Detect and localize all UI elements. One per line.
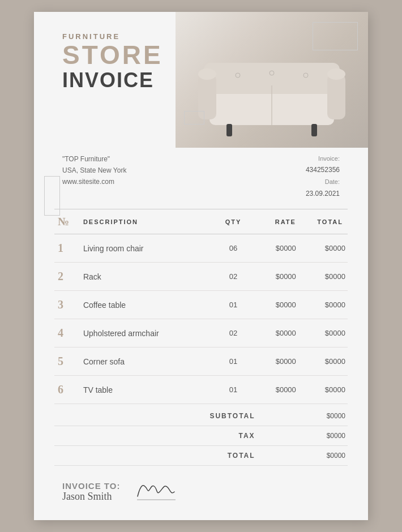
row-no: 3 [54,291,79,319]
row-total: $0000 [301,376,348,404]
col-header-qty: QTY [213,209,253,234]
table-row: 5 Corner sofa 01 $0000 $0000 [54,347,348,376]
invoice-table: № DESCRIPTION QTY RATE TOTAL 1 Living ro… [54,209,348,404]
row-description: Coffee table [79,291,213,319]
tax-label: TAX [54,426,260,446]
invoice-number-label: Invoice: [306,153,340,165]
totals-wrap: SUBTOTAL $0000 TAX $0000 TOTAL $0000 [34,406,368,466]
row-rate: $0000 [254,376,301,404]
company-website: www.sitesite.com [62,176,126,187]
row-qty: 01 [213,347,253,376]
invoice-card: FURNITURE STORE INVOICE "TOP Furniture" … [34,12,368,521]
row-rate: $0000 [254,319,301,347]
subtotal-label: SUBTOTAL [54,406,260,426]
row-description: Living room chair [79,234,213,263]
totals-table: SUBTOTAL $0000 TAX $0000 TOTAL $0000 [54,406,348,466]
row-no: 2 [54,263,79,291]
table-row: 4 Upholstered armchair 02 $0000 $0000 [54,319,348,347]
row-total: $0000 [301,263,348,291]
row-qty: 02 [213,319,253,347]
table-row: 2 Rack 02 $0000 $0000 [54,263,348,291]
table-row: 6 TV table 01 $0000 $0000 [54,376,348,404]
invoice-to-section: INVOICE TO: Jason Smith [34,466,368,520]
row-description: Rack [79,263,213,291]
row-description: Corner sofa [79,347,213,376]
subtotal-value: $0000 [260,406,348,426]
col-header-total: TOTAL [301,209,348,234]
row-total: $0000 [301,234,348,263]
col-header-no: № [54,209,79,234]
row-rate: $0000 [254,263,301,291]
row-qty: 01 [213,376,253,404]
table-row: 3 Coffee table 01 $0000 $0000 [54,291,348,319]
row-qty: 06 [213,234,253,263]
row-total: $0000 [301,347,348,376]
company-name: "TOP Furniture" [62,153,126,165]
date-value: 23.09.2021 [306,188,340,200]
row-description: TV table [79,376,213,404]
invoice-to-label: INVOICE TO: [62,481,120,491]
invoice-main-label: INVOICE [62,70,368,91]
row-rate: $0000 [254,291,301,319]
date-label: Date: [306,177,340,188]
store-label: STORE [62,42,368,68]
row-no: 1 [54,234,79,263]
invoice-to-block: INVOICE TO: Jason Smith [62,481,120,503]
row-rate: $0000 [254,234,301,263]
furniture-label: FURNITURE [62,32,368,41]
signature [135,479,180,504]
total-value: $0000 [260,446,348,466]
row-no: 4 [54,319,79,347]
tax-value: $0000 [260,426,348,446]
table-row: 1 Living room chair 06 $0000 $0000 [54,234,348,263]
header: FURNITURE STORE INVOICE [34,12,368,148]
invoice-number-value: 434252356 [306,164,340,177]
row-total: $0000 [301,319,348,347]
row-total: $0000 [301,291,348,319]
col-header-rate: RATE [254,209,301,234]
row-rate: $0000 [254,347,301,376]
company-right: Invoice: 434252356 Date: 23.09.2021 [306,153,340,200]
company-left: "TOP Furniture" USA, State New York www.… [62,153,126,200]
company-address: USA, State New York [62,165,126,176]
row-description: Upholstered armchair [79,319,213,347]
col-header-description: DESCRIPTION [79,209,213,234]
invoice-to-name: Jason Smith [62,491,120,503]
row-qty: 02 [213,263,253,291]
total-label: TOTAL [54,446,260,466]
row-no: 6 [54,376,79,404]
row-qty: 01 [213,291,253,319]
invoice-table-wrap: № DESCRIPTION QTY RATE TOTAL 1 Living ro… [34,209,368,404]
company-info: "TOP Furniture" USA, State New York www.… [34,148,368,209]
row-no: 5 [54,347,79,376]
